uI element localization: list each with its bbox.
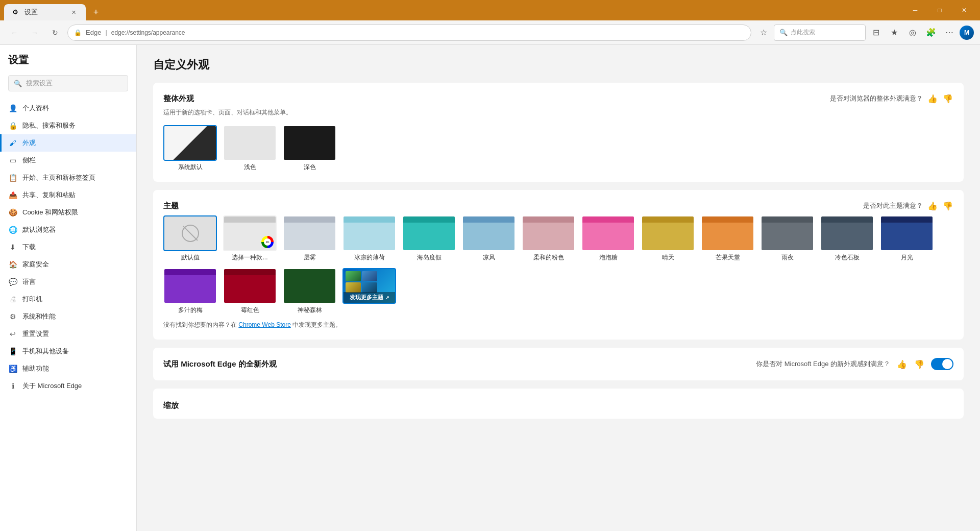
theme-grape-item[interactable]: 多汁的梅 bbox=[163, 268, 217, 315]
theme-grape-thumbnail[interactable] bbox=[163, 268, 217, 304]
address-bar[interactable]: 🔒 Edge | edge://settings/appearance bbox=[67, 25, 751, 41]
sidebar-item-privacy[interactable]: 🔒 隐私、搜索和服务 bbox=[0, 117, 136, 134]
sidebar-item-label: 开始、主页和新标签签页 bbox=[22, 173, 95, 182]
theme-cloud-thumbnail[interactable] bbox=[283, 215, 336, 251]
chrome-web-store-link[interactable]: Chrome Web Store bbox=[238, 321, 291, 328]
new-look-toggle[interactable] bbox=[931, 358, 953, 370]
sidebar-item-accessibility[interactable]: ♿ 辅助功能 bbox=[0, 360, 136, 377]
sidebar-item-language[interactable]: 💬 语言 bbox=[0, 273, 136, 291]
theme-choose-thumbnail[interactable]: ✏ bbox=[223, 215, 277, 251]
sidebar-item-reset[interactable]: ↩ 重置设置 bbox=[0, 325, 136, 343]
minimize-button[interactable]: ─ bbox=[903, 2, 927, 18]
sidebar-item-share[interactable]: 📤 共享、复制和粘贴 bbox=[0, 186, 136, 204]
overall-rating: 是否对浏览器的整体外观满意？ 👍 👎 bbox=[830, 93, 953, 104]
main-content: 设置 🔍 搜索设置 👤 个人资料 🔒 隐私、搜索和服务 🖌 外观 ▭ 侧栏 bbox=[0, 45, 980, 531]
theme-crimson-item[interactable]: 霉红色 bbox=[223, 268, 277, 315]
sidebar-item-print[interactable]: 🖨 打印机 bbox=[0, 291, 136, 308]
theme-bubble-thumbnail[interactable] bbox=[581, 215, 635, 251]
theme-crimson-thumbnail[interactable] bbox=[223, 268, 277, 304]
theme-sunny-item[interactable]: 晴天 bbox=[641, 215, 695, 262]
split-screen-icon[interactable]: ⊟ bbox=[868, 25, 884, 41]
appearance-light-thumbnail[interactable] bbox=[223, 125, 277, 161]
theme-breeze-thumbnail[interactable] bbox=[462, 215, 516, 251]
sidebar-item-downloads[interactable]: ⬇ 下载 bbox=[0, 238, 136, 256]
theme-rainy-item[interactable]: 雨夜 bbox=[761, 215, 814, 262]
theme-moonlight-thumbnail[interactable] bbox=[880, 215, 934, 251]
new-look-rating-text: 你是否对 Microsoft Edge 的新外观感到满意？ bbox=[756, 359, 890, 369]
collections-icon[interactable]: ◎ bbox=[904, 25, 921, 41]
theme-default-item[interactable]: 默认值 bbox=[163, 215, 217, 262]
sidebar-item-profile[interactable]: 👤 个人资料 bbox=[0, 100, 136, 117]
tab-close-button[interactable]: ✕ bbox=[69, 8, 78, 16]
theme-soft-pink-item[interactable]: 柔和的粉色 bbox=[522, 215, 575, 262]
theme-bubble-item[interactable]: 泡泡糖 bbox=[581, 215, 635, 262]
theme-rating-text: 是否对此主题满意？ bbox=[863, 201, 923, 210]
favorites-star-icon[interactable]: ★ bbox=[886, 25, 902, 41]
new-look-title: 试用 Microsoft Edge 的全新外观 bbox=[163, 359, 277, 369]
theme-slate-thumbnail[interactable] bbox=[820, 215, 874, 251]
theme-slate-label: 冷色石板 bbox=[835, 253, 860, 262]
appearance-dark-item[interactable]: 深色 bbox=[283, 125, 336, 172]
sidebar-item-family[interactable]: 🏠 家庭安全 bbox=[0, 256, 136, 273]
theme-mango-item[interactable]: 芒果天堂 bbox=[701, 215, 754, 262]
overall-appearance-section: 整体外观 是否对浏览器的整体外观满意？ 👍 👎 适用于新的选项卡、页面、对话框和… bbox=[153, 83, 964, 182]
theme-more-item[interactable]: 发现更多主题 ↗ x bbox=[342, 268, 396, 315]
sidebar-item-label: 家庭安全 bbox=[22, 260, 49, 269]
overall-thumbs-down-icon[interactable]: 👎 bbox=[942, 93, 953, 104]
close-button[interactable]: ✕ bbox=[952, 2, 976, 18]
sidebar-item-start[interactable]: 📋 开始、主页和新标签签页 bbox=[0, 169, 136, 186]
back-button[interactable]: ← bbox=[6, 25, 22, 41]
new-look-thumbs-down-icon[interactable]: 👎 bbox=[914, 358, 925, 370]
theme-sunny-thumbnail[interactable] bbox=[641, 215, 695, 251]
sidebar-title: 设置 bbox=[0, 53, 136, 75]
appearance-system-thumbnail[interactable] bbox=[163, 125, 217, 161]
theme-mango-thumbnail[interactable] bbox=[701, 215, 754, 251]
search-settings-placeholder: 搜索设置 bbox=[26, 79, 53, 88]
theme-forest-thumbnail[interactable] bbox=[283, 268, 336, 304]
nav-right-buttons: ☆ 🔍 点此搜索 ⊟ ★ ◎ 🧩 ⋯ M bbox=[755, 25, 974, 41]
theme-breeze-item[interactable]: 凉风 bbox=[462, 215, 516, 262]
sidebar-item-default-browser[interactable]: 🌐 默认浏览器 bbox=[0, 221, 136, 238]
reload-button[interactable]: ↻ bbox=[47, 25, 63, 41]
theme-cool-mint-item[interactable]: 冰凉的薄荷 bbox=[342, 215, 396, 262]
theme-soft-pink-thumbnail[interactable] bbox=[522, 215, 575, 251]
new-tab-button[interactable]: + bbox=[88, 4, 104, 20]
theme-forest-item[interactable]: 神秘森林 bbox=[283, 268, 336, 315]
new-look-thumbs-up-icon[interactable]: 👍 bbox=[896, 358, 908, 370]
active-tab[interactable]: ⚙ 设置 ✕ bbox=[4, 4, 86, 20]
sidebar-item-cookies[interactable]: 🍪 Cookie 和网站权限 bbox=[0, 204, 136, 221]
search-box[interactable]: 🔍 点此搜索 bbox=[774, 25, 866, 41]
overall-thumbs-up-icon[interactable]: 👍 bbox=[927, 93, 938, 104]
favorites-icon[interactable]: ☆ bbox=[755, 25, 772, 41]
maximize-button[interactable]: □ bbox=[928, 2, 951, 18]
theme-cloud-label: 层雾 bbox=[304, 253, 316, 262]
system-icon: ⚙ bbox=[8, 312, 17, 321]
theme-choose-item[interactable]: ✏ 选择一种款... bbox=[223, 215, 277, 262]
theme-island-item[interactable]: 海岛度假 bbox=[402, 215, 456, 262]
forward-button[interactable]: → bbox=[27, 25, 43, 41]
theme-thumbs-up-icon[interactable]: 👍 bbox=[927, 200, 938, 211]
sidebar-item-about[interactable]: ℹ 关于 Microsoft Edge bbox=[0, 377, 136, 395]
theme-cool-mint-thumbnail[interactable] bbox=[342, 215, 396, 251]
profile-avatar[interactable]: M bbox=[960, 26, 974, 40]
theme-default-thumbnail[interactable] bbox=[163, 215, 217, 251]
theme-more-thumbnail[interactable]: 发现更多主题 ↗ bbox=[342, 268, 396, 304]
appearance-dark-thumbnail[interactable] bbox=[283, 125, 336, 161]
sidebar-item-system[interactable]: ⚙ 系统和性能 bbox=[0, 308, 136, 325]
sidebar-item-mobile[interactable]: 📱 手机和其他设备 bbox=[0, 343, 136, 360]
new-look-right: 你是否对 Microsoft Edge 的新外观感到满意？ 👍 👎 bbox=[756, 358, 953, 370]
sidebar-item-sidebar[interactable]: ▭ 侧栏 bbox=[0, 152, 136, 169]
appearance-light-item[interactable]: 浅色 bbox=[223, 125, 277, 172]
extensions-icon[interactable]: 🧩 bbox=[923, 25, 939, 41]
theme-slate-item[interactable]: 冷色石板 bbox=[820, 215, 874, 262]
appearance-system-item[interactable]: 系统默认 bbox=[163, 125, 217, 172]
theme-thumbs-down-icon[interactable]: 👎 bbox=[942, 200, 953, 211]
search-settings-input[interactable]: 🔍 搜索设置 bbox=[8, 75, 128, 91]
theme-cloud-item[interactable]: 层雾 bbox=[283, 215, 336, 262]
cookies-icon: 🍪 bbox=[8, 208, 17, 217]
sidebar-item-appearance[interactable]: 🖌 外观 bbox=[0, 134, 136, 152]
theme-moonlight-item[interactable]: 月光 bbox=[880, 215, 934, 262]
theme-island-thumbnail[interactable] bbox=[402, 215, 456, 251]
more-menu-button[interactable]: ⋯ bbox=[941, 25, 958, 41]
theme-rainy-thumbnail[interactable] bbox=[761, 215, 814, 251]
